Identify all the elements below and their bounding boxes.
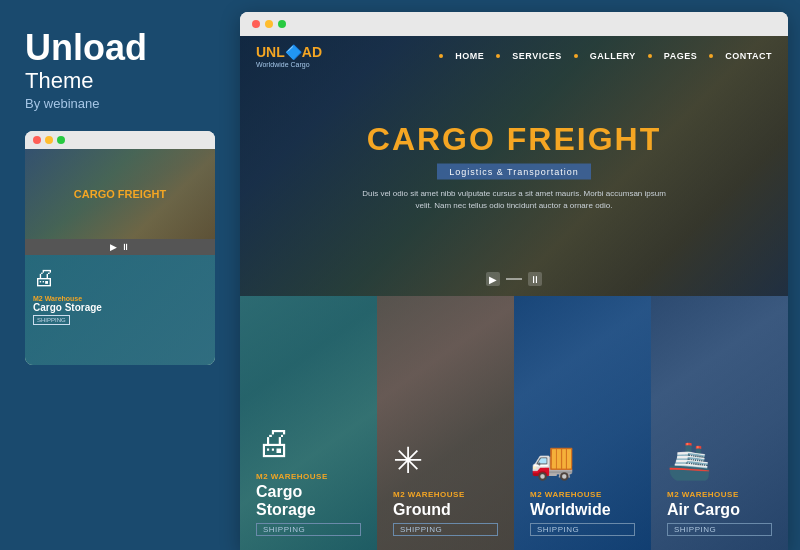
site-logo-block: UNL🔷AD Worldwide Cargo xyxy=(256,44,322,68)
browser-titlebar xyxy=(240,12,788,36)
nav-services[interactable]: SERVICES xyxy=(512,51,561,61)
service-card-0[interactable]: 🖨 M2 Warehouse Cargo Storage SHIPPING xyxy=(240,296,377,550)
nav-dot-4 xyxy=(648,54,652,58)
main-browser: UNL🔷AD Worldwide Cargo HOME SERVICES GAL… xyxy=(240,12,788,550)
browser-content: UNL🔷AD Worldwide Cargo HOME SERVICES GAL… xyxy=(240,36,788,550)
small-card-badge: SHIPPING xyxy=(33,315,70,325)
service-card-1-content: ✳ M2 Warehouse Ground SHIPPING xyxy=(377,296,514,550)
service-badge-1: SHIPPING xyxy=(393,523,498,536)
service-name-2: Worldwide xyxy=(530,501,635,519)
nav-dot-5 xyxy=(709,54,713,58)
small-card-label: M2 Warehouse xyxy=(33,295,82,302)
service-label-1: M2 Warehouse xyxy=(393,490,498,499)
hero-content: CARGO FREIGHT Logistics & Transportation… xyxy=(240,121,788,212)
hero-subtitle: Logistics & Transportation xyxy=(437,164,591,180)
logo-sub: Worldwide Cargo xyxy=(256,61,322,68)
service-badge-2: SHIPPING xyxy=(530,523,635,536)
small-mobile-preview: CARGO FREIGHT ▶ ⏸ 🖨 M2 Warehouse Cargo S… xyxy=(25,131,215,365)
service-label-3: M2 Warehouse xyxy=(667,490,772,499)
browser-dot-green xyxy=(278,20,286,28)
small-play-btn[interactable]: ▶ xyxy=(110,242,117,252)
service-card-3-content: 🚢 M2 Warehouse Air Cargo SHIPPING xyxy=(651,296,788,550)
hero-description: Duis vel odio sit amet nibb vulputate cu… xyxy=(354,188,674,212)
small-hero-section: CARGO FREIGHT xyxy=(25,149,215,239)
service-badge-3: SHIPPING xyxy=(667,523,772,536)
dot-red xyxy=(33,136,41,144)
nav-dot-2 xyxy=(496,54,500,58)
hero-nav-line xyxy=(506,278,522,280)
nav-dot-1 xyxy=(439,54,443,58)
hero-prev-btn[interactable]: ▶ xyxy=(486,272,500,286)
service-card-0-content: 🖨 M2 Warehouse Cargo Storage SHIPPING xyxy=(240,296,377,550)
dot-yellow xyxy=(45,136,53,144)
nav-gallery[interactable]: GALLERY xyxy=(590,51,636,61)
service-card-1[interactable]: ✳ M2 Warehouse Ground SHIPPING xyxy=(377,296,514,550)
small-card-name: Cargo Storage xyxy=(33,302,102,313)
service-name-3: Air Cargo xyxy=(667,501,772,519)
hero-pause-btn[interactable]: ⏸ xyxy=(528,272,542,286)
nav-dot-3 xyxy=(574,54,578,58)
service-badge-0: SHIPPING xyxy=(256,523,361,536)
service-icon-1: ✳ xyxy=(393,440,498,482)
hero-title: CARGO FREIGHT xyxy=(240,121,788,158)
brand-author: By webinane xyxy=(25,96,220,111)
service-icon-0: 🖨 xyxy=(256,422,361,464)
service-name-1: Ground xyxy=(393,501,498,519)
small-titlebar xyxy=(25,131,215,149)
service-card-2[interactable]: 🚚 M2 Warehouse Worldwide SHIPPING xyxy=(514,296,651,550)
brand: Unload Theme By webinane xyxy=(25,30,220,111)
nav-contact[interactable]: CONTACT xyxy=(725,51,772,61)
service-name-0: Cargo Storage xyxy=(256,483,361,519)
logo-accent: 🔷AD xyxy=(285,44,322,60)
logo-text: UNL xyxy=(256,44,285,60)
site-nav: UNL🔷AD Worldwide Cargo HOME SERVICES GAL… xyxy=(240,36,788,76)
nav-pages[interactable]: PAGES xyxy=(664,51,697,61)
small-card-icon: 🖨 xyxy=(33,265,55,291)
left-panel: Unload Theme By webinane CARGO FREIGHT ▶… xyxy=(0,0,240,550)
small-card-content: 🖨 M2 Warehouse Cargo Storage SHIPPING xyxy=(25,255,215,331)
browser-dot-red xyxy=(252,20,260,28)
small-pause-btn[interactable]: ⏸ xyxy=(121,242,130,252)
dot-green xyxy=(57,136,65,144)
brand-title: Unload xyxy=(25,30,220,66)
small-hero-title: CARGO FREIGHT xyxy=(74,188,166,200)
nav-links: HOME SERVICES GALLERY PAGES CONTACT xyxy=(439,51,772,61)
hero-section: UNL🔷AD Worldwide Cargo HOME SERVICES GAL… xyxy=(240,36,788,296)
service-label-0: M2 Warehouse xyxy=(256,472,361,481)
service-icon-3: 🚢 xyxy=(667,440,772,482)
hero-nav: ▶ ⏸ xyxy=(486,272,542,286)
service-card-3[interactable]: 🚢 M2 Warehouse Air Cargo SHIPPING xyxy=(651,296,788,550)
browser-dot-yellow xyxy=(265,20,273,28)
services-section: 🖨 M2 Warehouse Cargo Storage SHIPPING ✳ … xyxy=(240,296,788,550)
brand-subtitle: Theme xyxy=(25,70,220,92)
service-label-2: M2 Warehouse xyxy=(530,490,635,499)
service-icon-2: 🚚 xyxy=(530,440,635,482)
nav-home[interactable]: HOME xyxy=(455,51,484,61)
site-logo: UNL🔷AD xyxy=(256,44,322,60)
service-card-2-content: 🚚 M2 Warehouse Worldwide SHIPPING xyxy=(514,296,651,550)
